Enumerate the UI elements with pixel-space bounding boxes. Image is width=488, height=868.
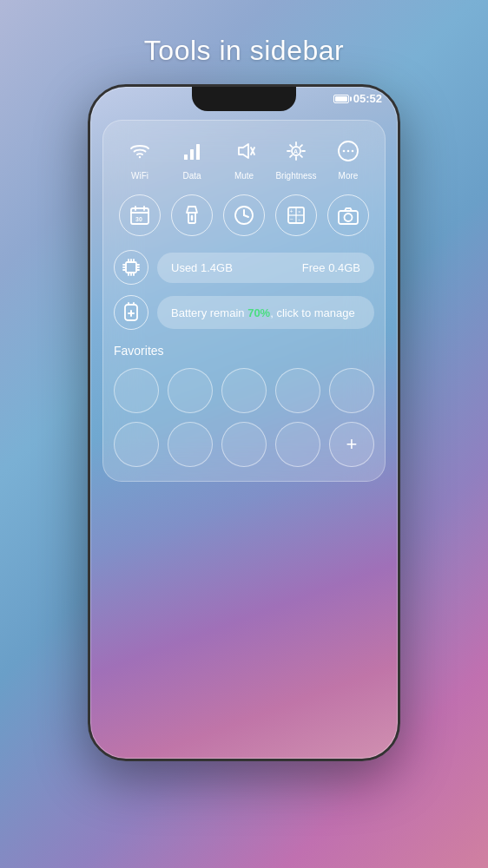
battery-percent: 70% [247,306,270,319]
phone-frame: 05:52 WiFi [88,84,400,761]
svg-text:A: A [293,148,298,155]
fav-item-2-3[interactable] [221,422,267,467]
mute-icon [228,135,260,168]
fav-item-2-4[interactable] [275,422,320,467]
svg-rect-40 [126,262,136,273]
svg-text:÷: ÷ [298,217,301,222]
toggle-data[interactable]: Data [166,135,218,181]
svg-point-17 [343,150,346,153]
fav-item-1-3[interactable] [221,368,267,413]
battery-device-icon [114,295,148,330]
battery-row[interactable]: Battery remain 70%, click to manage [114,295,374,330]
more-icon [332,135,365,168]
data-icon [175,135,208,168]
tool-clock[interactable] [223,194,265,236]
fav-item-1-1[interactable] [114,368,159,413]
tool-camera[interactable] [327,194,369,236]
toggle-more[interactable]: More [322,135,374,181]
status-time: 05:52 [353,92,382,105]
brightness-icon: A [280,135,313,168]
brightness-label: Brightness [275,171,316,181]
svg-rect-3 [196,144,200,160]
battery-suffix: , click to manage [270,306,355,319]
page-title: Tools in sidebar [144,35,344,67]
ram-bar: Used 1.4GB Free 0.4GB [157,253,374,283]
phone-notch [192,87,296,111]
favorites-label: Favorites [114,344,374,358]
battery-text: Battery remain 70%, click to manage [171,306,355,319]
add-favorite-button[interactable]: + [329,422,374,467]
fav-item-2-1[interactable] [114,422,159,467]
toggle-mute[interactable]: Mute [218,135,270,181]
svg-line-12 [300,155,302,157]
favorites-row-1 [114,368,374,413]
battery-info-bar: Battery remain 70%, click to manage [157,296,374,329]
tools-row: 30 [114,194,374,236]
quick-toggles-row: WiFi Data [114,135,374,181]
svg-line-30 [244,215,248,217]
chip-icon [114,250,148,285]
svg-point-19 [352,150,354,153]
svg-text:30: 30 [135,216,142,222]
svg-text:−: − [290,216,293,222]
add-icon: + [346,435,358,454]
svg-line-13 [300,145,302,147]
fav-item-1-2[interactable] [168,368,213,413]
fav-item-2-2[interactable] [168,422,213,467]
svg-point-39 [345,214,353,221]
tool-calculator[interactable]: + × − ÷ [275,194,317,236]
svg-point-0 [139,156,141,158]
wifi-icon [123,135,156,168]
svg-text:×: × [298,209,301,214]
ram-free-text: Free 0.4GB [302,261,360,274]
ram-info-row[interactable]: Used 1.4GB Free 0.4GB [114,250,374,285]
status-battery-icon [333,95,349,103]
svg-text:+: + [290,208,293,214]
wifi-label: WiFi [131,171,148,181]
tool-calendar[interactable]: 30 [119,194,161,236]
svg-line-14 [290,155,292,157]
mute-label: Mute [234,171,254,181]
more-label: More [339,171,359,181]
svg-marker-25 [187,207,197,213]
favorites-row-2: + [114,422,374,467]
data-label: Data [182,171,201,181]
toggle-brightness[interactable]: A Brightness [270,135,322,181]
favorites-grid: + [114,368,374,467]
battery-prefix: Battery remain [171,306,247,319]
svg-point-18 [347,150,350,153]
svg-rect-1 [184,155,188,160]
sidebar-panel: WiFi Data [102,120,386,482]
svg-rect-2 [190,149,194,160]
svg-line-11 [290,145,292,147]
fav-item-1-5[interactable] [329,368,374,413]
status-bar: 05:52 [333,92,382,105]
toggle-wifi[interactable]: WiFi [114,135,166,181]
ram-used-text: Used 1.4GB [171,261,233,274]
tool-flashlight[interactable] [171,194,213,236]
fav-item-1-4[interactable] [275,368,320,413]
favorites-section: Favorites + [114,344,374,467]
